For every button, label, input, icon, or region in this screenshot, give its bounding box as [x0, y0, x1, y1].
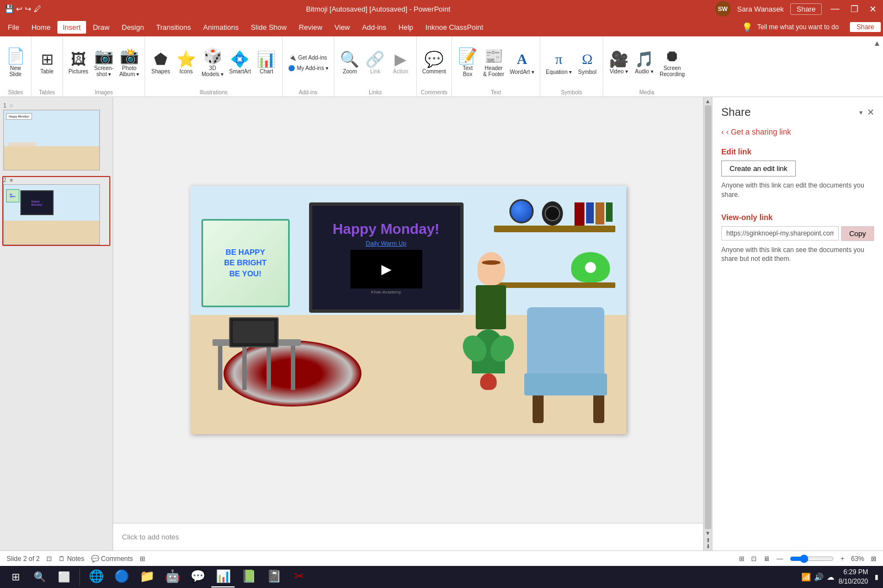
equation-button[interactable]: π Equation ▾	[544, 49, 574, 77]
fit-slide-btn[interactable]: ⊠	[871, 555, 876, 563]
menu-addins[interactable]: Add-ins	[357, 21, 392, 34]
taskbar-app-excel[interactable]: 📗	[237, 566, 260, 587]
scroll-down-btn[interactable]: ▼	[705, 530, 711, 536]
tell-me-label[interactable]: Tell me what you want to do	[757, 23, 839, 31]
save-icon[interactable]: 💾	[4, 4, 14, 13]
icons-button[interactable]: ⭐ Icons	[174, 50, 198, 77]
action-button[interactable]: ▶ Action	[389, 50, 413, 77]
screen-recording-button[interactable]: ⏺ ScreenRecording	[657, 46, 687, 79]
tray-network-icon[interactable]: 📶	[801, 573, 811, 581]
taskbar-app-powerpoint[interactable]: 📊	[211, 566, 235, 587]
tray-volume-icon[interactable]: 🔊	[814, 573, 823, 581]
zoom-slider-decrease[interactable]: —	[776, 555, 783, 563]
redo-icon[interactable]: ↪	[25, 4, 31, 13]
comment-button[interactable]: 💬 Comment	[420, 50, 448, 77]
view-only-link-input[interactable]	[721, 226, 839, 240]
ribbon-collapse-button[interactable]: ▲	[871, 36, 883, 97]
my-addins-button[interactable]: 🔵 My Add-ins ▾	[286, 64, 331, 72]
share-titlebar-btn[interactable]: Share	[790, 3, 822, 15]
screenshot-button[interactable]: 📷 Screen-shot ▾	[92, 46, 116, 79]
prev-slide-scroll-btn[interactable]: ⬆	[706, 537, 710, 543]
vertical-scrollbar[interactable]: ▲ ▼ ⬆ ⬇	[703, 97, 712, 550]
undo-icon[interactable]: ↩	[16, 4, 23, 13]
get-addins-button[interactable]: 🔌 Get Add-ins	[286, 54, 331, 62]
symbol-button[interactable]: Ω Symbol	[575, 49, 599, 77]
normal-view-btn[interactable]: ⊞	[739, 555, 744, 563]
notes-area[interactable]: Click to add notes	[113, 523, 703, 550]
minimize-btn[interactable]: —	[828, 4, 842, 14]
share-panel-dropdown-btn[interactable]: ▾	[859, 109, 863, 116]
zoom-slider[interactable]	[790, 554, 834, 563]
chart-icon: 📊	[257, 52, 276, 67]
taskbar-app-teams[interactable]: 💬	[186, 566, 209, 587]
maximize-btn[interactable]: ❐	[848, 4, 860, 14]
slide-canvas-wrapper[interactable]: BE HAPPY BE BRIGHT BE YOU! Happy Monday!…	[113, 97, 703, 523]
menu-insert[interactable]: Insert	[57, 21, 87, 34]
menu-draw[interactable]: Draw	[87, 21, 115, 34]
create-edit-link-button[interactable]: Create an edit link	[721, 161, 796, 177]
daily-warmup-link[interactable]: Daily Warm Up	[366, 240, 407, 247]
menu-review[interactable]: Review	[293, 21, 328, 34]
zoom-button[interactable]: 🔍 Zoom	[338, 50, 362, 77]
search-btn[interactable]: 🔍	[29, 566, 51, 588]
table-button[interactable]: ⊞ Table	[35, 50, 59, 77]
share-panel-close-btn[interactable]: ✕	[867, 107, 874, 117]
statusbar: Slide 2 of 2 ⊡ 🗒 Notes 💬 Comments ⊞ ⊞ ⊡ …	[0, 550, 883, 566]
taskbar-app-chrome[interactable]: 🔵	[110, 566, 133, 587]
menu-home[interactable]: Home	[26, 21, 56, 34]
menu-inknoe[interactable]: Inknoe ClassPoint	[420, 21, 489, 34]
close-btn[interactable]: ✕	[867, 4, 879, 14]
taskbar-app-edge[interactable]: 🌐	[84, 566, 108, 587]
smartart-button[interactable]: 💠 SmartArt	[227, 50, 253, 77]
slide-sorter-btn[interactable]: ⊡	[751, 555, 757, 563]
copy-link-button[interactable]: Copy	[841, 226, 874, 241]
share-back-btn[interactable]: ‹ ‹ Get a sharing link	[721, 127, 874, 136]
menu-view[interactable]: View	[329, 21, 355, 34]
wordart-button[interactable]: A WordArt ▾	[508, 49, 536, 77]
touch-icon[interactable]: 🖊	[34, 4, 41, 13]
show-desktop-btn[interactable]: ▮	[875, 573, 879, 581]
taskbar-app-explorer[interactable]: 📁	[135, 566, 158, 587]
share-link-row: Copy	[721, 226, 874, 241]
pictures-button[interactable]: 🖼 Pictures	[66, 50, 91, 77]
taskbar-app-snip[interactable]: ✂	[288, 566, 311, 587]
taskbar-app-android[interactable]: 🤖	[161, 566, 184, 587]
desk-table	[212, 339, 301, 390]
menu-file[interactable]: File	[2, 21, 25, 34]
slide-outline-icon[interactable]: ⊡	[46, 555, 52, 563]
notes-btn[interactable]: 🗒 Notes	[58, 555, 84, 563]
menu-design[interactable]: Design	[116, 21, 150, 34]
menu-animations[interactable]: Animations	[198, 21, 244, 34]
link-button[interactable]: 🔗 Link	[363, 50, 387, 77]
scroll-thumb[interactable]	[705, 105, 711, 529]
menu-transitions[interactable]: Transitions	[151, 21, 196, 34]
next-slide-scroll-btn[interactable]: ⬇	[706, 543, 710, 549]
textbox-button[interactable]: 📝 TextBox	[455, 46, 480, 79]
chart-button[interactable]: 📊 Chart	[254, 50, 279, 77]
shapes-button[interactable]: ⬟ Shapes	[148, 50, 173, 77]
comments-btn[interactable]: 💬 Comments	[91, 555, 133, 563]
tray-onedrive-icon[interactable]: ☁	[827, 573, 834, 581]
slides-section-label: Slides	[8, 89, 23, 97]
status-icon[interactable]: ⊞	[140, 555, 145, 563]
audio-button[interactable]: 🎵 Audio ▾	[632, 50, 656, 77]
new-slide-button[interactable]: 📄 NewSlide	[3, 46, 28, 79]
slide-thumb-1[interactable]: 1 ☆ Happy Monday!	[2, 101, 110, 172]
edit-link-section: Edit link Create an edit link Anyone wit…	[721, 147, 874, 200]
taskbar-clock[interactable]: 6:29 PM 8/10/2020	[839, 568, 868, 586]
photo-album-button[interactable]: 📸 PhotoAlbum ▾	[117, 46, 141, 79]
menu-slideshow[interactable]: Slide Show	[245, 21, 292, 34]
start-btn[interactable]: ⊞	[4, 566, 26, 588]
header-footer-button[interactable]: 📰 Header& Footer	[481, 46, 506, 79]
video-button[interactable]: 🎥 Video ▾	[607, 50, 631, 77]
3d-models-button[interactable]: 🎲 3DModels ▾	[199, 46, 226, 79]
slide-thumb-2[interactable]: 2 ★ HappyMonday! BEHAPPY	[2, 176, 110, 246]
comments-section-label: Comments	[421, 89, 447, 97]
share-menu-btn[interactable]: Share	[850, 22, 881, 32]
menu-help[interactable]: Help	[393, 21, 419, 34]
zoom-slider-increase[interactable]: +	[841, 555, 844, 563]
scroll-up-btn[interactable]: ▲	[705, 98, 711, 104]
reading-view-btn[interactable]: 🖥	[763, 555, 770, 563]
task-view-btn[interactable]: ⬜	[53, 566, 75, 588]
taskbar-app-onenote[interactable]: 📓	[262, 566, 285, 587]
